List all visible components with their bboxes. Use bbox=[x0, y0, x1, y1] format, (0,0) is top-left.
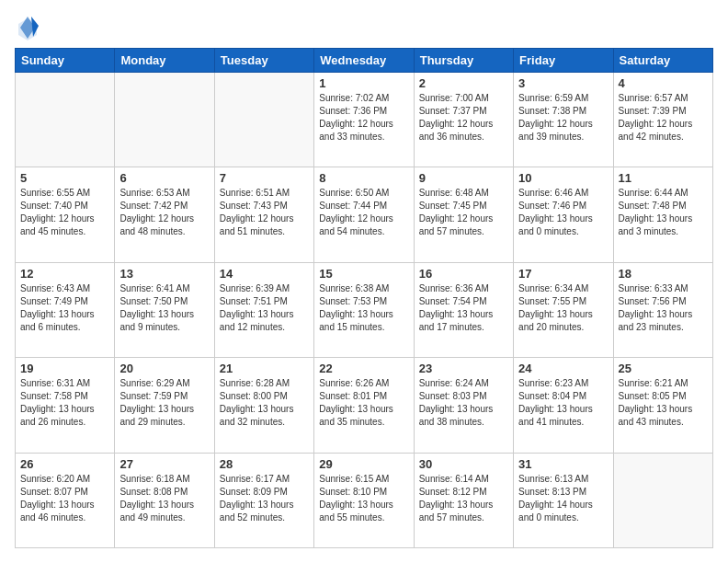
day-info: Sunrise: 6:55 AM Sunset: 7:40 PM Dayligh… bbox=[20, 187, 109, 238]
day-info: Sunrise: 6:57 AM Sunset: 7:39 PM Dayligh… bbox=[619, 92, 708, 144]
day-info: Sunrise: 6:51 AM Sunset: 7:43 PM Dayligh… bbox=[220, 187, 309, 238]
calendar-cell: 24Sunrise: 6:23 AM Sunset: 8:04 PM Dayli… bbox=[514, 358, 613, 453]
calendar-cell: 4Sunrise: 6:57 AM Sunset: 7:39 PM Daylig… bbox=[613, 73, 712, 167]
day-info: Sunrise: 6:18 AM Sunset: 8:08 PM Dayligh… bbox=[119, 473, 209, 524]
day-info: Sunrise: 6:26 AM Sunset: 8:01 PM Dayligh… bbox=[319, 377, 408, 429]
day-info: Sunrise: 6:15 AM Sunset: 8:10 PM Dayligh… bbox=[319, 473, 408, 524]
day-info: Sunrise: 6:13 AM Sunset: 8:13 PM Dayligh… bbox=[518, 473, 608, 524]
calendar-cell: 7Sunrise: 6:51 AM Sunset: 7:43 PM Daylig… bbox=[214, 167, 313, 262]
week-row-1: 5Sunrise: 6:55 AM Sunset: 7:40 PM Daylig… bbox=[16, 167, 713, 262]
calendar-table: SundayMondayTuesdayWednesdayThursdayFrid… bbox=[15, 48, 713, 548]
calendar-cell: 14Sunrise: 6:39 AM Sunset: 7:51 PM Dayli… bbox=[214, 262, 313, 357]
calendar-cell: 2Sunrise: 7:00 AM Sunset: 7:37 PM Daylig… bbox=[414, 73, 513, 167]
calendar-cell: 30Sunrise: 6:14 AM Sunset: 8:12 PM Dayli… bbox=[414, 453, 513, 547]
day-info: Sunrise: 6:33 AM Sunset: 7:56 PM Dayligh… bbox=[619, 282, 708, 334]
calendar-cell: 21Sunrise: 6:28 AM Sunset: 8:00 PM Dayli… bbox=[214, 358, 313, 453]
day-info: Sunrise: 6:44 AM Sunset: 7:48 PM Dayligh… bbox=[619, 187, 708, 238]
day-number: 16 bbox=[419, 267, 508, 281]
weekday-header-row: SundayMondayTuesdayWednesdayThursdayFrid… bbox=[16, 49, 713, 73]
calendar-cell: 8Sunrise: 6:50 AM Sunset: 7:44 PM Daylig… bbox=[314, 167, 414, 262]
day-number: 25 bbox=[619, 362, 708, 375]
day-number: 9 bbox=[419, 171, 508, 185]
day-number: 7 bbox=[220, 171, 309, 185]
day-number: 12 bbox=[20, 267, 109, 281]
calendar-cell: 26Sunrise: 6:20 AM Sunset: 8:07 PM Dayli… bbox=[16, 453, 115, 547]
calendar-cell bbox=[214, 73, 313, 167]
calendar-cell: 15Sunrise: 6:38 AM Sunset: 7:53 PM Dayli… bbox=[314, 262, 414, 357]
calendar-cell: 11Sunrise: 6:44 AM Sunset: 7:48 PM Dayli… bbox=[613, 167, 712, 262]
calendar-cell: 5Sunrise: 6:55 AM Sunset: 7:40 PM Daylig… bbox=[16, 167, 115, 262]
day-info: Sunrise: 6:17 AM Sunset: 8:09 PM Dayligh… bbox=[220, 473, 309, 524]
day-info: Sunrise: 6:14 AM Sunset: 8:12 PM Dayligh… bbox=[419, 473, 508, 524]
day-number: 10 bbox=[518, 171, 608, 185]
day-info: Sunrise: 7:02 AM Sunset: 7:36 PM Dayligh… bbox=[319, 92, 408, 144]
weekday-header-tuesday: Tuesday bbox=[214, 49, 313, 73]
calendar-cell: 16Sunrise: 6:36 AM Sunset: 7:54 PM Dayli… bbox=[414, 262, 513, 357]
day-info: Sunrise: 6:28 AM Sunset: 8:00 PM Dayligh… bbox=[220, 377, 309, 429]
calendar-cell bbox=[16, 73, 115, 167]
day-info: Sunrise: 6:59 AM Sunset: 7:38 PM Dayligh… bbox=[518, 92, 608, 144]
header bbox=[15, 15, 713, 40]
day-info: Sunrise: 6:21 AM Sunset: 8:05 PM Dayligh… bbox=[619, 377, 708, 429]
day-number: 31 bbox=[518, 457, 608, 471]
day-number: 29 bbox=[319, 457, 408, 471]
calendar-cell bbox=[613, 453, 712, 547]
day-info: Sunrise: 6:29 AM Sunset: 7:59 PM Dayligh… bbox=[119, 377, 209, 429]
day-number: 23 bbox=[419, 362, 508, 375]
day-number: 2 bbox=[419, 76, 508, 90]
day-number: 30 bbox=[419, 457, 508, 471]
day-number: 22 bbox=[319, 362, 408, 375]
calendar-cell: 18Sunrise: 6:33 AM Sunset: 7:56 PM Dayli… bbox=[613, 262, 712, 357]
calendar-cell bbox=[115, 73, 214, 167]
day-number: 24 bbox=[518, 362, 608, 375]
logo bbox=[15, 15, 44, 40]
day-number: 21 bbox=[220, 362, 309, 375]
day-info: Sunrise: 6:50 AM Sunset: 7:44 PM Dayligh… bbox=[319, 187, 408, 238]
day-info: Sunrise: 6:39 AM Sunset: 7:51 PM Dayligh… bbox=[220, 282, 309, 334]
day-number: 27 bbox=[119, 457, 209, 471]
day-number: 13 bbox=[119, 267, 209, 281]
day-info: Sunrise: 6:46 AM Sunset: 7:46 PM Dayligh… bbox=[518, 187, 608, 238]
calendar-cell: 10Sunrise: 6:46 AM Sunset: 7:46 PM Dayli… bbox=[514, 167, 613, 262]
calendar-cell: 29Sunrise: 6:15 AM Sunset: 8:10 PM Dayli… bbox=[314, 453, 414, 547]
day-info: Sunrise: 6:38 AM Sunset: 7:53 PM Dayligh… bbox=[319, 282, 408, 334]
week-row-2: 12Sunrise: 6:43 AM Sunset: 7:49 PM Dayli… bbox=[16, 262, 713, 357]
weekday-header-wednesday: Wednesday bbox=[314, 49, 414, 73]
calendar-cell: 6Sunrise: 6:53 AM Sunset: 7:42 PM Daylig… bbox=[115, 167, 214, 262]
calendar-cell: 13Sunrise: 6:41 AM Sunset: 7:50 PM Dayli… bbox=[115, 262, 214, 357]
day-info: Sunrise: 6:48 AM Sunset: 7:45 PM Dayligh… bbox=[419, 187, 508, 238]
week-row-4: 26Sunrise: 6:20 AM Sunset: 8:07 PM Dayli… bbox=[16, 453, 713, 547]
day-number: 17 bbox=[518, 267, 608, 281]
calendar-cell: 9Sunrise: 6:48 AM Sunset: 7:45 PM Daylig… bbox=[414, 167, 513, 262]
day-number: 5 bbox=[20, 171, 109, 185]
day-number: 1 bbox=[319, 76, 408, 90]
calendar-cell: 23Sunrise: 6:24 AM Sunset: 8:03 PM Dayli… bbox=[414, 358, 513, 453]
weekday-header-thursday: Thursday bbox=[414, 49, 513, 73]
logo-icon bbox=[15, 15, 40, 40]
day-info: Sunrise: 6:24 AM Sunset: 8:03 PM Dayligh… bbox=[419, 377, 508, 429]
day-number: 18 bbox=[619, 267, 708, 281]
day-info: Sunrise: 6:43 AM Sunset: 7:49 PM Dayligh… bbox=[20, 282, 109, 334]
calendar-cell: 3Sunrise: 6:59 AM Sunset: 7:38 PM Daylig… bbox=[514, 73, 613, 167]
week-row-3: 19Sunrise: 6:31 AM Sunset: 7:58 PM Dayli… bbox=[16, 358, 713, 453]
day-number: 6 bbox=[119, 171, 209, 185]
day-info: Sunrise: 6:34 AM Sunset: 7:55 PM Dayligh… bbox=[518, 282, 608, 334]
calendar-cell: 12Sunrise: 6:43 AM Sunset: 7:49 PM Dayli… bbox=[16, 262, 115, 357]
week-row-0: 1Sunrise: 7:02 AM Sunset: 7:36 PM Daylig… bbox=[16, 73, 713, 167]
day-number: 11 bbox=[619, 171, 708, 185]
calendar-cell: 28Sunrise: 6:17 AM Sunset: 8:09 PM Dayli… bbox=[214, 453, 313, 547]
day-info: Sunrise: 6:53 AM Sunset: 7:42 PM Dayligh… bbox=[119, 187, 209, 238]
day-info: Sunrise: 6:41 AM Sunset: 7:50 PM Dayligh… bbox=[119, 282, 209, 334]
weekday-header-saturday: Saturday bbox=[613, 49, 712, 73]
day-number: 14 bbox=[220, 267, 309, 281]
day-number: 28 bbox=[220, 457, 309, 471]
day-number: 3 bbox=[518, 76, 608, 90]
day-number: 19 bbox=[20, 362, 109, 375]
calendar-cell: 27Sunrise: 6:18 AM Sunset: 8:08 PM Dayli… bbox=[115, 453, 214, 547]
calendar-cell: 17Sunrise: 6:34 AM Sunset: 7:55 PM Dayli… bbox=[514, 262, 613, 357]
day-number: 15 bbox=[319, 267, 408, 281]
day-info: Sunrise: 6:20 AM Sunset: 8:07 PM Dayligh… bbox=[20, 473, 109, 524]
day-info: Sunrise: 6:36 AM Sunset: 7:54 PM Dayligh… bbox=[419, 282, 508, 334]
page: SundayMondayTuesdayWednesdayThursdayFrid… bbox=[0, 0, 728, 563]
day-number: 8 bbox=[319, 171, 408, 185]
